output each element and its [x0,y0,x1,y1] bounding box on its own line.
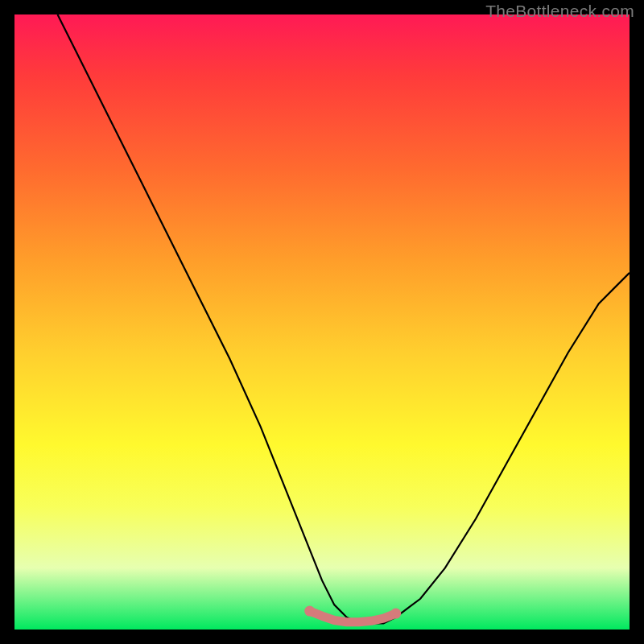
plot-area [14,14,630,630]
optimal-zone-end-dot [390,609,401,619]
chart-frame: TheBottleneck.com [0,0,644,644]
watermark-text: TheBottleneck.com [485,2,634,21]
curve-layer [14,14,630,630]
optimal-zone-markers [304,606,401,622]
optimal-zone-line [310,611,396,622]
optimal-zone-end-dot [304,606,315,617]
bottleneck-curve [58,14,630,623]
